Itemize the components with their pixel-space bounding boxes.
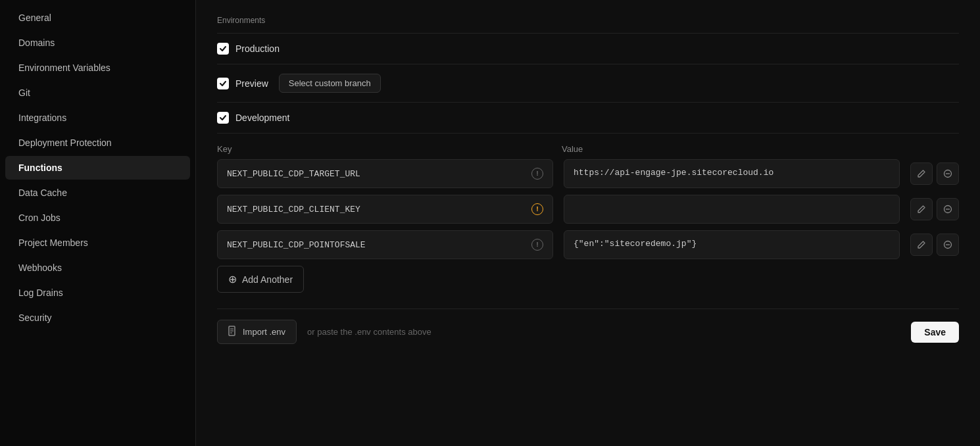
actions-cell-row2 <box>910 198 959 220</box>
sidebar: GeneralDomainsEnvironment VariablesGitIn… <box>0 0 196 446</box>
key-cell-row3: NEXT_PUBLIC_CDP_POINTOFSALE! <box>217 230 553 259</box>
sidebar-item-deployment-protection[interactable]: Deployment Protection <box>5 131 190 155</box>
warning-icon-row2: ! <box>531 203 543 215</box>
edit-button-row1[interactable] <box>910 162 933 185</box>
table-row: NEXT_PUBLIC_CDP_POINTOFSALE!{"en":"sitec… <box>217 230 959 259</box>
key-text-row2: NEXT_PUBLIC_CDP_CLIENT_KEY <box>227 205 360 214</box>
checkbox-preview[interactable] <box>217 78 229 89</box>
remove-button-row2[interactable] <box>937 198 959 220</box>
environments-list: ProductionPreviewSelect custom branchDev… <box>217 33 959 134</box>
sidebar-item-functions[interactable]: Functions <box>5 156 190 180</box>
edit-button-row2[interactable] <box>910 198 933 220</box>
add-another-label: Add Another <box>242 274 293 285</box>
sidebar-item-domains[interactable]: Domains <box>5 31 190 55</box>
key-text-row1: NEXT_PUBLIC_CDP_TARGET_URL <box>227 169 360 179</box>
key-text-row3: NEXT_PUBLIC_CDP_POINTOFSALE <box>227 240 366 250</box>
sidebar-item-webhooks[interactable]: Webhooks <box>5 256 190 280</box>
value-column-header: Value <box>562 144 896 154</box>
remove-button-row1[interactable] <box>937 162 959 185</box>
sidebar-item-log-drains[interactable]: Log Drains <box>5 281 190 305</box>
save-button[interactable]: Save <box>911 322 959 343</box>
sidebar-item-integrations[interactable]: Integrations <box>5 106 190 130</box>
remove-button-row3[interactable] <box>937 234 959 256</box>
checkbox-development[interactable] <box>217 112 229 124</box>
env-row-production: Production <box>217 33 959 64</box>
env-label-production: Production <box>235 43 280 54</box>
env-row-preview: PreviewSelect custom branch <box>217 64 959 103</box>
sidebar-item-git[interactable]: Git <box>5 81 190 105</box>
environments-label: Environments <box>217 16 959 25</box>
import-env-label: Import .env <box>243 327 285 337</box>
select-custom-branch-button[interactable]: Select custom branch <box>279 74 381 93</box>
actions-cell-row3 <box>910 234 959 256</box>
sidebar-item-security[interactable]: Security <box>5 306 190 330</box>
add-another-button[interactable]: ⊕ Add Another <box>217 266 304 293</box>
sidebar-item-general[interactable]: General <box>5 6 190 30</box>
value-cell-row3: {"en":"sitecoredemo.jp"} <box>564 230 900 259</box>
plus-circle-icon: ⊕ <box>228 273 237 285</box>
key-column-header: Key <box>217 144 551 154</box>
main-content: Environments ProductionPreviewSelect cus… <box>196 0 980 446</box>
sidebar-item-project-members[interactable]: Project Members <box>5 231 190 255</box>
table-row: NEXT_PUBLIC_CDP_CLIENT_KEY! <box>217 195 959 224</box>
actions-cell-row1 <box>910 162 959 185</box>
paste-hint: or paste the .env contents above <box>307 327 431 337</box>
import-env-button[interactable]: Import .env <box>217 320 297 344</box>
env-vars-table: NEXT_PUBLIC_CDP_TARGET_URL!https://api-e… <box>217 159 959 259</box>
sidebar-item-environment-variables[interactable]: Environment Variables <box>5 56 190 80</box>
warning-icon-row3: ! <box>531 239 543 251</box>
env-label-development: Development <box>235 112 290 123</box>
env-label-preview: Preview <box>235 78 268 89</box>
edit-button-row3[interactable] <box>910 234 933 256</box>
file-icon <box>228 326 237 338</box>
checkbox-production[interactable] <box>217 43 229 55</box>
table-row: NEXT_PUBLIC_CDP_TARGET_URL!https://api-e… <box>217 159 959 188</box>
value-cell-row2 <box>564 195 900 224</box>
table-header: Key Value <box>217 134 959 159</box>
value-cell-row1: https://api-engage-jpe.sitecorecloud.io <box>564 159 900 188</box>
sidebar-item-cron-jobs[interactable]: Cron Jobs <box>5 206 190 230</box>
sidebar-item-data-cache[interactable]: Data Cache <box>5 181 190 205</box>
env-row-development: Development <box>217 103 959 134</box>
warning-icon-row1: ! <box>531 168 543 180</box>
key-cell-row1: NEXT_PUBLIC_CDP_TARGET_URL! <box>217 159 553 188</box>
bottom-bar: Import .env or paste the .env contents a… <box>217 309 959 344</box>
key-cell-row2: NEXT_PUBLIC_CDP_CLIENT_KEY! <box>217 195 553 224</box>
